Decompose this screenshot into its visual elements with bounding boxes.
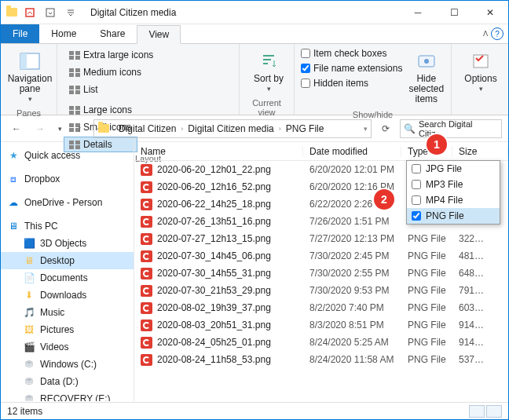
file-row[interactable]: 2020-08-03_20h51_31.png8/3/2020 8:51 PMP… bbox=[134, 316, 508, 334]
address-bar[interactable]: › Digital Citizen› Digital Citizen media… bbox=[93, 119, 372, 138]
tab-file[interactable]: File bbox=[1, 24, 39, 43]
file-row[interactable]: 2020-08-24_11h58_53.png8/24/2020 11:58 A… bbox=[134, 351, 508, 368]
back-button[interactable]: ← bbox=[7, 119, 26, 138]
chk-hidden-items[interactable]: Hidden items bbox=[301, 77, 402, 89]
png-file-icon bbox=[141, 164, 152, 176]
layout-list[interactable]: List bbox=[64, 82, 159, 97]
svg-rect-6 bbox=[474, 55, 488, 68]
nav-tree[interactable]: ★Quick access ⧈Dropbox ☁OneDrive - Perso… bbox=[1, 142, 134, 401]
tree-item[interactable]: 📄Documents bbox=[1, 269, 134, 287]
png-file-icon bbox=[141, 181, 152, 193]
col-size[interactable]: Size bbox=[452, 146, 508, 157]
qat-dropdown-icon[interactable] bbox=[42, 4, 59, 21]
tree-item[interactable]: ⛃Windows (C:) bbox=[1, 356, 134, 373]
layout-large[interactable]: Large icons bbox=[64, 102, 137, 118]
crumb-2[interactable]: PNG File bbox=[283, 123, 328, 134]
navigation-pane-button[interactable]: Navigation pane ▾ bbox=[7, 47, 53, 107]
tree-dropbox[interactable]: ⧈Dropbox bbox=[1, 170, 134, 188]
file-row[interactable]: 2020-08-24_05h25_01.png8/24/2020 5:25 AM… bbox=[134, 334, 508, 351]
filter-option[interactable]: MP3 File bbox=[407, 177, 500, 192]
tree-item[interactable]: 🖼Pictures bbox=[1, 321, 134, 338]
tree-item[interactable]: 🟦3D Objects bbox=[1, 235, 134, 252]
help-icon[interactable]: ? bbox=[491, 27, 504, 40]
cloud-icon: ☁ bbox=[7, 196, 20, 209]
filter-option[interactable]: JPG File bbox=[407, 161, 500, 177]
close-button[interactable]: ✕ bbox=[472, 1, 508, 24]
qat-properties-icon[interactable] bbox=[21, 4, 38, 21]
png-file-icon bbox=[141, 199, 152, 210]
folder-icon bbox=[5, 6, 18, 19]
address-dropdown-icon[interactable]: ▾ bbox=[364, 125, 368, 133]
svg-rect-1 bbox=[46, 9, 54, 16]
tree-quick-access[interactable]: ★Quick access bbox=[1, 147, 134, 164]
file-row[interactable]: 2020-07-30_14h45_06.png7/30/2020 2:45 PM… bbox=[134, 247, 508, 265]
filter-option[interactable]: MP4 File bbox=[407, 192, 500, 208]
tree-item[interactable]: ⛃RECOVERY (E:) bbox=[1, 390, 134, 401]
col-name[interactable]: Name bbox=[134, 146, 303, 157]
png-file-icon bbox=[141, 354, 152, 366]
view-details-icon[interactable] bbox=[469, 405, 485, 418]
star-icon: ★ bbox=[7, 149, 20, 162]
hide-selected-button[interactable]: Hide selected items bbox=[407, 47, 445, 108]
file-row[interactable]: 2020-07-30_21h53_29.png7/30/2020 9:53 PM… bbox=[134, 282, 508, 299]
png-file-icon bbox=[141, 285, 152, 297]
callout-2: 2 bbox=[374, 189, 394, 210]
item-count: 12 items bbox=[7, 406, 42, 417]
ribbon-tabs: File Home Share View ᐱ ? bbox=[1, 24, 508, 43]
tree-item[interactable]: ⛃Data (D:) bbox=[1, 373, 134, 390]
folder-icon: 🖥 bbox=[23, 254, 35, 267]
png-file-icon bbox=[141, 320, 152, 331]
file-row[interactable]: 2020-08-02_19h39_37.png8/2/2020 7:40 PMP… bbox=[134, 299, 508, 316]
navigation-pane-icon bbox=[19, 50, 41, 72]
chevron-down-icon: ▾ bbox=[28, 96, 32, 104]
tree-item[interactable]: 🎵Music bbox=[1, 304, 134, 321]
maximize-button[interactable]: ☐ bbox=[436, 1, 472, 24]
crumb-0[interactable]: Digital Citizen bbox=[115, 123, 179, 134]
chk-file-extensions[interactable]: File name extensions bbox=[301, 62, 402, 75]
options-button[interactable]: Options▾ bbox=[458, 47, 504, 97]
png-file-icon bbox=[141, 302, 152, 314]
refresh-button[interactable]: ⟳ bbox=[376, 119, 395, 138]
folder-icon: 🎬 bbox=[23, 341, 35, 353]
ribbon-collapse-icon[interactable]: ᐱ bbox=[483, 30, 488, 38]
drive-icon: ⛃ bbox=[23, 375, 35, 388]
window-title: Digital Citizen media bbox=[90, 7, 400, 18]
tab-share[interactable]: Share bbox=[88, 24, 137, 43]
tab-view[interactable]: View bbox=[137, 25, 181, 44]
png-file-icon bbox=[141, 233, 152, 245]
forward-button[interactable]: → bbox=[31, 119, 49, 138]
type-filter-dropdown[interactable]: JPG FileMP3 FileMP4 FilePNG File bbox=[406, 160, 500, 225]
chk-item-checkboxes[interactable]: Item check boxes bbox=[301, 47, 402, 60]
folder-icon: ⬇ bbox=[23, 289, 35, 301]
minimize-button[interactable]: ─ bbox=[400, 1, 436, 24]
sort-icon bbox=[258, 50, 280, 72]
up-button[interactable]: ↑ bbox=[70, 119, 89, 138]
drive-icon: ⛃ bbox=[23, 393, 35, 401]
search-box[interactable]: 🔍 Search Digital Citiz... bbox=[400, 119, 502, 138]
column-headers: Name Date modified Type ⅴ Size bbox=[134, 142, 508, 161]
folder-icon: 🟦 bbox=[23, 237, 35, 250]
tab-home[interactable]: Home bbox=[39, 24, 88, 43]
sort-by-button[interactable]: Sort by▾ bbox=[246, 47, 291, 97]
dropbox-icon: ⧈ bbox=[7, 173, 20, 185]
filter-option[interactable]: PNG File bbox=[407, 208, 500, 224]
png-file-icon bbox=[141, 250, 152, 262]
tree-this-pc[interactable]: 🖥This PC bbox=[1, 217, 134, 235]
status-bar: 12 items bbox=[1, 402, 508, 419]
file-row[interactable]: 2020-07-27_12h13_15.png7/27/2020 12:13 P… bbox=[134, 230, 508, 247]
file-row[interactable]: 2020-07-30_14h55_31.png7/30/2020 2:55 PM… bbox=[134, 265, 508, 282]
tree-item[interactable]: 🖥Desktop bbox=[1, 252, 134, 269]
col-date[interactable]: Date modified bbox=[303, 146, 401, 157]
png-file-icon bbox=[141, 337, 152, 349]
tree-item[interactable]: ⬇Downloads bbox=[1, 287, 134, 304]
qat-overflow-icon[interactable] bbox=[62, 4, 79, 21]
png-file-icon bbox=[141, 268, 152, 279]
crumb-1[interactable]: Digital Citizen media bbox=[185, 123, 276, 134]
layout-extra-large[interactable]: Extra large icons bbox=[64, 47, 159, 63]
view-thumbnails-icon[interactable] bbox=[486, 405, 502, 418]
recent-dropdown[interactable]: ▾ bbox=[54, 119, 65, 138]
svg-rect-3 bbox=[20, 53, 27, 69]
tree-onedrive[interactable]: ☁OneDrive - Person bbox=[1, 194, 134, 211]
tree-item[interactable]: 🎬Videos bbox=[1, 338, 134, 356]
layout-medium[interactable]: Medium icons bbox=[64, 64, 159, 80]
